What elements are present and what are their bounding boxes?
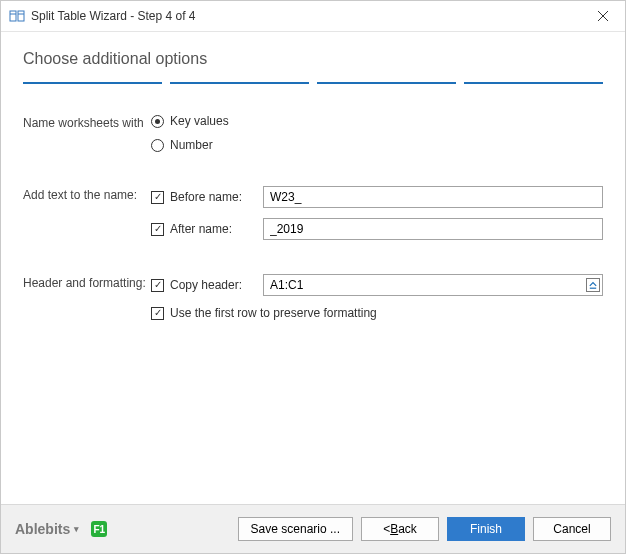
radio-key-values[interactable]: Key values (151, 114, 229, 128)
label-header-formatting: Header and formatting: (23, 274, 151, 290)
input-after-name[interactable] (263, 218, 603, 240)
window-title: Split Table Wizard - Step 4 of 4 (31, 9, 581, 23)
chevron-down-icon: ▾ (74, 524, 79, 534)
svg-rect-0 (10, 11, 16, 21)
label-add-text: Add text to the name: (23, 186, 151, 202)
progress-seg (317, 82, 456, 84)
checkbox-copy-header-label: Copy header: (170, 278, 242, 292)
row-name-worksheets: Name worksheets with Key values Number (23, 114, 603, 152)
back-u: B (390, 522, 398, 536)
cancel-button[interactable]: Cancel (533, 517, 611, 541)
row-use-first-row: Use the first row to preserve formatting (23, 306, 603, 320)
checkbox-icon (151, 307, 164, 320)
brand-menu[interactable]: Ablebits ▾ (15, 521, 79, 537)
back-rest: ack (398, 522, 417, 536)
range-picker-button[interactable] (586, 278, 600, 292)
checkbox-before-name-label: Before name: (170, 190, 242, 204)
radio-number-label: Number (170, 138, 213, 152)
checkbox-after-name[interactable]: After name: (151, 222, 232, 236)
radio-number[interactable]: Number (151, 138, 229, 152)
close-button[interactable] (581, 1, 625, 31)
progress-seg (23, 82, 162, 84)
progress-seg (170, 82, 309, 84)
brand-label: Ablebits (15, 521, 70, 537)
app-icon (9, 8, 25, 24)
save-scenario-button[interactable]: Save scenario ... (238, 517, 353, 541)
progress-seg (464, 82, 603, 84)
row-add-text-before: Add text to the name: Before name: (23, 186, 603, 208)
page-title: Choose additional options (23, 50, 603, 68)
checkbox-icon (151, 223, 164, 236)
help-label: F1 (93, 524, 105, 535)
wizard-window: Split Table Wizard - Step 4 of 4 Choose … (0, 0, 626, 554)
row-copy-header: Header and formatting: Copy header: (23, 274, 603, 296)
help-button[interactable]: F1 (91, 521, 107, 537)
wizard-content: Choose additional options Name worksheet… (1, 32, 625, 504)
label-name-worksheets: Name worksheets with (23, 114, 151, 130)
title-bar: Split Table Wizard - Step 4 of 4 (1, 1, 625, 32)
checkbox-use-first-row[interactable]: Use the first row to preserve formatting (151, 306, 377, 320)
checkbox-after-name-label: After name: (170, 222, 232, 236)
footer-bar: Ablebits ▾ F1 Save scenario ... < Back F… (1, 504, 625, 553)
checkbox-copy-header[interactable]: Copy header: (151, 278, 242, 292)
radio-group-name-worksheets: Key values Number (151, 114, 229, 152)
checkbox-icon (151, 191, 164, 204)
checkbox-icon (151, 279, 164, 292)
back-button[interactable]: < Back (361, 517, 439, 541)
close-icon (598, 11, 608, 21)
svg-rect-1 (18, 11, 24, 21)
input-before-name[interactable] (263, 186, 603, 208)
cancel-label: Cancel (553, 522, 590, 536)
checkbox-before-name[interactable]: Before name: (151, 190, 242, 204)
range-picker-icon (589, 281, 597, 289)
radio-key-values-label: Key values (170, 114, 229, 128)
checkbox-use-first-row-label: Use the first row to preserve formatting (170, 306, 377, 320)
input-copy-header-range[interactable] (263, 274, 603, 296)
radio-dot-icon (151, 139, 164, 152)
radio-dot-icon (151, 115, 164, 128)
finish-button[interactable]: Finish (447, 517, 525, 541)
back-prefix: < (383, 522, 390, 536)
finish-label: Finish (470, 522, 502, 536)
progress-bar (23, 82, 603, 84)
row-add-text-after: After name: (23, 218, 603, 240)
save-scenario-label: Save scenario ... (251, 522, 340, 536)
